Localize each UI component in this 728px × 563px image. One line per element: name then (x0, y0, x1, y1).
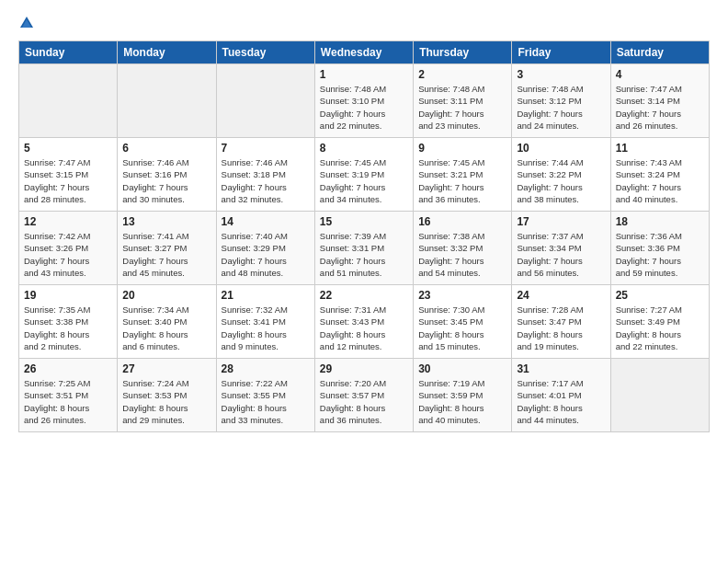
week-row-3: 12Sunrise: 7:42 AM Sunset: 3:26 PM Dayli… (19, 212, 710, 285)
day-cell: 7Sunrise: 7:46 AM Sunset: 3:18 PM Daylig… (216, 138, 314, 212)
day-number: 8 (320, 142, 408, 155)
day-number: 26 (24, 362, 112, 375)
day-number: 14 (222, 215, 310, 228)
day-info: Sunrise: 7:40 AM Sunset: 3:29 PM Dayligh… (222, 230, 310, 279)
day-info: Sunrise: 7:25 AM Sunset: 3:51 PM Dayligh… (24, 377, 112, 426)
day-number: 4 (616, 68, 704, 81)
weekday-header-monday: Monday (118, 41, 216, 64)
day-cell: 2Sunrise: 7:48 AM Sunset: 3:11 PM Daylig… (414, 64, 512, 138)
day-number: 13 (122, 215, 210, 228)
day-number: 27 (122, 362, 210, 375)
day-cell: 23Sunrise: 7:30 AM Sunset: 3:45 PM Dayli… (414, 285, 512, 359)
day-info: Sunrise: 7:48 AM Sunset: 3:12 PM Dayligh… (517, 83, 605, 132)
weekday-header-friday: Friday (512, 41, 610, 64)
day-info: Sunrise: 7:39 AM Sunset: 3:31 PM Dayligh… (320, 230, 408, 279)
weekday-header-row: SundayMondayTuesdayWednesdayThursdayFrid… (19, 41, 710, 64)
day-number: 29 (320, 362, 408, 375)
day-info: Sunrise: 7:22 AM Sunset: 3:55 PM Dayligh… (222, 377, 310, 426)
weekday-header-wednesday: Wednesday (314, 41, 413, 64)
day-cell: 27Sunrise: 7:24 AM Sunset: 3:53 PM Dayli… (118, 359, 216, 432)
day-info: Sunrise: 7:36 AM Sunset: 3:36 PM Dayligh… (616, 230, 704, 279)
day-cell: 5Sunrise: 7:47 AM Sunset: 3:15 PM Daylig… (19, 138, 118, 212)
day-cell: 24Sunrise: 7:28 AM Sunset: 3:47 PM Dayli… (512, 285, 610, 359)
weekday-header-tuesday: Tuesday (216, 41, 314, 64)
day-cell: 28Sunrise: 7:22 AM Sunset: 3:55 PM Dayli… (216, 359, 314, 432)
day-cell: 12Sunrise: 7:42 AM Sunset: 3:26 PM Dayli… (19, 212, 118, 285)
header (18, 15, 710, 31)
day-info: Sunrise: 7:47 AM Sunset: 3:14 PM Dayligh… (616, 83, 704, 132)
day-cell (19, 64, 118, 138)
day-cell: 13Sunrise: 7:41 AM Sunset: 3:27 PM Dayli… (118, 212, 216, 285)
day-cell: 9Sunrise: 7:45 AM Sunset: 3:21 PM Daylig… (414, 138, 512, 212)
week-row-4: 19Sunrise: 7:35 AM Sunset: 3:38 PM Dayli… (19, 285, 710, 359)
day-info: Sunrise: 7:38 AM Sunset: 3:32 PM Dayligh… (418, 230, 506, 279)
day-number: 21 (222, 289, 310, 302)
day-info: Sunrise: 7:34 AM Sunset: 3:40 PM Dayligh… (122, 304, 210, 352)
day-info: Sunrise: 7:44 AM Sunset: 3:22 PM Dayligh… (517, 156, 605, 205)
day-cell: 15Sunrise: 7:39 AM Sunset: 3:31 PM Dayli… (314, 212, 413, 285)
day-cell: 26Sunrise: 7:25 AM Sunset: 3:51 PM Dayli… (19, 359, 118, 432)
week-row-1: 1Sunrise: 7:48 AM Sunset: 3:10 PM Daylig… (19, 64, 710, 138)
day-cell: 4Sunrise: 7:47 AM Sunset: 3:14 PM Daylig… (610, 64, 709, 138)
day-cell (118, 64, 216, 138)
day-number: 15 (320, 215, 408, 228)
day-info: Sunrise: 7:17 AM Sunset: 4:01 PM Dayligh… (517, 377, 605, 426)
day-info: Sunrise: 7:41 AM Sunset: 3:27 PM Dayligh… (122, 230, 210, 279)
day-info: Sunrise: 7:32 AM Sunset: 3:41 PM Dayligh… (222, 304, 310, 352)
day-info: Sunrise: 7:31 AM Sunset: 3:43 PM Dayligh… (320, 304, 408, 352)
day-info: Sunrise: 7:35 AM Sunset: 3:38 PM Dayligh… (24, 304, 112, 352)
day-number: 20 (122, 289, 210, 302)
day-cell: 14Sunrise: 7:40 AM Sunset: 3:29 PM Dayli… (216, 212, 314, 285)
day-cell: 21Sunrise: 7:32 AM Sunset: 3:41 PM Dayli… (216, 285, 314, 359)
day-number: 17 (517, 215, 605, 228)
day-cell: 18Sunrise: 7:36 AM Sunset: 3:36 PM Dayli… (610, 212, 709, 285)
day-number: 28 (222, 362, 310, 375)
day-info: Sunrise: 7:48 AM Sunset: 3:10 PM Dayligh… (320, 83, 408, 132)
day-info: Sunrise: 7:28 AM Sunset: 3:47 PM Dayligh… (517, 304, 605, 352)
week-row-2: 5Sunrise: 7:47 AM Sunset: 3:15 PM Daylig… (19, 138, 710, 212)
day-number: 31 (517, 362, 605, 375)
day-cell: 22Sunrise: 7:31 AM Sunset: 3:43 PM Dayli… (314, 285, 413, 359)
weekday-header-saturday: Saturday (610, 41, 709, 64)
calendar-table: SundayMondayTuesdayWednesdayThursdayFrid… (18, 40, 710, 432)
day-cell: 31Sunrise: 7:17 AM Sunset: 4:01 PM Dayli… (512, 359, 610, 432)
day-cell: 10Sunrise: 7:44 AM Sunset: 3:22 PM Dayli… (512, 138, 610, 212)
day-cell: 8Sunrise: 7:45 AM Sunset: 3:19 PM Daylig… (314, 138, 413, 212)
calendar-page: SundayMondayTuesdayWednesdayThursdayFrid… (0, 0, 728, 563)
day-cell: 11Sunrise: 7:43 AM Sunset: 3:24 PM Dayli… (610, 138, 709, 212)
day-info: Sunrise: 7:19 AM Sunset: 3:59 PM Dayligh… (418, 377, 506, 426)
day-info: Sunrise: 7:20 AM Sunset: 3:57 PM Dayligh… (320, 377, 408, 426)
day-info: Sunrise: 7:46 AM Sunset: 3:18 PM Dayligh… (222, 156, 310, 205)
day-number: 5 (24, 142, 112, 155)
day-info: Sunrise: 7:43 AM Sunset: 3:24 PM Dayligh… (616, 156, 704, 205)
day-cell: 17Sunrise: 7:37 AM Sunset: 3:34 PM Dayli… (512, 212, 610, 285)
day-number: 11 (616, 142, 704, 155)
day-number: 25 (616, 289, 704, 302)
day-info: Sunrise: 7:46 AM Sunset: 3:16 PM Dayligh… (122, 156, 210, 205)
day-info: Sunrise: 7:48 AM Sunset: 3:11 PM Dayligh… (418, 83, 506, 132)
day-number: 7 (222, 142, 310, 155)
day-cell: 25Sunrise: 7:27 AM Sunset: 3:49 PM Dayli… (610, 285, 709, 359)
day-cell (610, 359, 709, 432)
day-number: 6 (122, 142, 210, 155)
logo (18, 15, 39, 31)
day-number: 30 (418, 362, 506, 375)
day-number: 22 (320, 289, 408, 302)
day-number: 1 (320, 68, 408, 81)
day-number: 23 (418, 289, 506, 302)
day-info: Sunrise: 7:30 AM Sunset: 3:45 PM Dayligh… (418, 304, 506, 352)
day-cell: 30Sunrise: 7:19 AM Sunset: 3:59 PM Dayli… (414, 359, 512, 432)
day-cell: 1Sunrise: 7:48 AM Sunset: 3:10 PM Daylig… (314, 64, 413, 138)
day-number: 9 (418, 142, 506, 155)
day-info: Sunrise: 7:24 AM Sunset: 3:53 PM Dayligh… (122, 377, 210, 426)
day-info: Sunrise: 7:45 AM Sunset: 3:21 PM Dayligh… (418, 156, 506, 205)
day-cell: 6Sunrise: 7:46 AM Sunset: 3:16 PM Daylig… (118, 138, 216, 212)
logo-icon (18, 15, 35, 31)
day-number: 3 (517, 68, 605, 81)
day-number: 18 (616, 215, 704, 228)
day-info: Sunrise: 7:47 AM Sunset: 3:15 PM Dayligh… (24, 156, 112, 205)
day-number: 2 (418, 68, 506, 81)
day-cell: 3Sunrise: 7:48 AM Sunset: 3:12 PM Daylig… (512, 64, 610, 138)
day-info: Sunrise: 7:45 AM Sunset: 3:19 PM Dayligh… (320, 156, 408, 205)
weekday-header-sunday: Sunday (19, 41, 118, 64)
